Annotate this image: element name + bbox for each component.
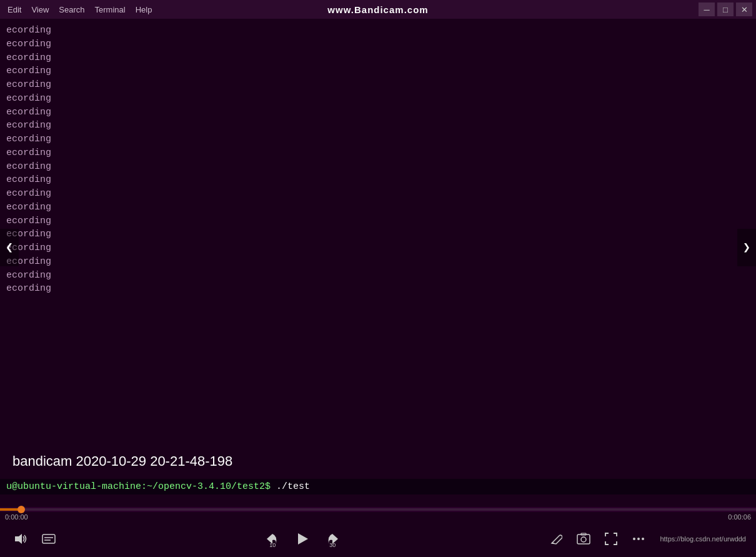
screenshot-button[interactable] bbox=[572, 528, 595, 550]
command-text: ./test bbox=[271, 481, 310, 492]
svg-point-7 bbox=[581, 537, 586, 542]
progress-area[interactable] bbox=[0, 507, 756, 512]
svg-point-11 bbox=[642, 538, 644, 540]
close-button[interactable]: ✕ bbox=[736, 3, 752, 16]
terminal-line: ecording bbox=[6, 78, 750, 92]
volume-button[interactable] bbox=[10, 528, 32, 550]
time-current: 0:00:00 bbox=[5, 513, 28, 521]
svg-point-10 bbox=[637, 538, 640, 540]
maximize-button[interactable]: □ bbox=[717, 3, 734, 16]
terminal-line: ecording bbox=[6, 187, 750, 201]
terminal-line: ecording bbox=[6, 269, 750, 283]
controls-bar: 10 30 bbox=[0, 521, 756, 557]
command-prompt: u@ubuntu-virtual-machine:~/opencv-3.4.10… bbox=[6, 481, 271, 492]
svg-marker-4 bbox=[298, 533, 308, 544]
minimize-button[interactable]: ─ bbox=[699, 3, 715, 16]
terminal-line: ecording bbox=[6, 173, 750, 187]
terminal-line: ecording bbox=[6, 51, 750, 65]
menu-view[interactable]: View bbox=[27, 4, 52, 16]
pen-icon bbox=[550, 533, 562, 545]
svg-marker-0 bbox=[15, 534, 22, 544]
terminal-line: ecording bbox=[6, 228, 750, 241]
title-bar: Edit View Search Terminal Help www.Bandi… bbox=[0, 0, 756, 19]
terminal-line: ecording bbox=[6, 92, 750, 106]
volume-icon bbox=[14, 533, 28, 544]
subtitles-icon bbox=[42, 533, 56, 544]
terminal-line: ecording bbox=[6, 64, 750, 78]
terminal-output: ecording ecording ecording ecording ecor… bbox=[6, 24, 750, 296]
menu-edit[interactable]: Edit bbox=[4, 4, 25, 16]
svg-point-9 bbox=[633, 538, 635, 540]
menu-help[interactable]: Help bbox=[132, 4, 156, 16]
screenshot-icon bbox=[577, 533, 590, 545]
website-link: https://blog.csdn.net/urwddd bbox=[660, 535, 746, 543]
menu-terminal[interactable]: Terminal bbox=[91, 4, 129, 16]
forward-button[interactable]: 30 bbox=[319, 528, 346, 550]
window-controls: ─ □ ✕ bbox=[699, 3, 752, 16]
fullscreen-button[interactable] bbox=[600, 528, 622, 550]
terminal-area: ecording ecording ecording ecording ecor… bbox=[0, 19, 756, 476]
terminal-line: ecording bbox=[6, 24, 750, 38]
terminal-line: ecording bbox=[6, 106, 750, 119]
rewind-button[interactable]: 10 bbox=[259, 528, 286, 550]
terminal-line: ecording bbox=[6, 119, 750, 133]
menu-bar: Edit View Search Terminal Help bbox=[4, 4, 156, 16]
time-row: 0:00:00 0:00:06 bbox=[0, 513, 756, 521]
menu-search[interactable]: Search bbox=[55, 4, 88, 16]
forward-label: 30 bbox=[329, 542, 336, 548]
terminal-line: ecording bbox=[6, 160, 750, 174]
terminal-line: ecording bbox=[6, 201, 750, 214]
more-options-button[interactable] bbox=[627, 528, 650, 550]
terminal-line: ecording bbox=[6, 38, 750, 51]
rewind-label: 10 bbox=[269, 542, 276, 548]
nav-arrow-left[interactable]: ❮ bbox=[0, 229, 19, 266]
terminal-line: ecording bbox=[6, 146, 750, 160]
title-bar-left: Edit View Search Terminal Help bbox=[4, 4, 156, 16]
play-icon bbox=[296, 532, 309, 546]
watermark: www.Bandicam.com bbox=[327, 4, 428, 15]
time-total: 0:00:06 bbox=[728, 513, 751, 521]
terminal-line: ecording bbox=[6, 133, 750, 146]
progress-track[interactable] bbox=[0, 508, 756, 511]
command-line: u@ubuntu-virtual-machine:~/opencv-3.4.10… bbox=[0, 479, 756, 494]
draw-button[interactable] bbox=[545, 528, 567, 550]
terminal-line: ecording bbox=[6, 214, 750, 228]
play-button[interactable] bbox=[291, 528, 314, 550]
svg-rect-1 bbox=[42, 534, 55, 543]
progress-handle[interactable] bbox=[17, 506, 25, 513]
fullscreen-icon bbox=[605, 533, 617, 545]
terminal-line: ecording bbox=[6, 282, 750, 296]
terminal-line: ecording bbox=[6, 241, 750, 255]
terminal-line: ecording bbox=[6, 255, 750, 269]
subtitles-button[interactable] bbox=[37, 528, 60, 550]
nav-arrow-right[interactable]: ❯ bbox=[737, 229, 756, 266]
more-icon bbox=[632, 533, 645, 545]
